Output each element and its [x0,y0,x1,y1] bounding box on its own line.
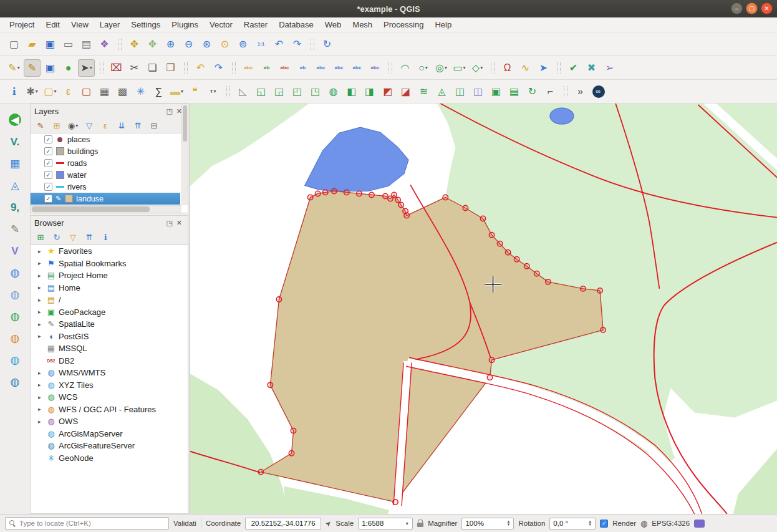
vertex-marker[interactable] [601,327,606,332]
lock-scale-icon[interactable] [417,523,423,527]
add-ellipse[interactable]: ◎ [433,59,450,77]
wfs-ogc-api-item[interactable]: ◍ WFS / OGC API - Features [31,404,188,416]
home-item[interactable]: ▤ Home [31,282,188,294]
add-part[interactable]: ◧ [343,83,360,100]
highlight-unplaced-labels[interactable]: abc [276,59,293,77]
menu-item[interactable]: Plugins [166,18,204,31]
add-vector-layer[interactable]: V. [6,133,24,150]
menu-item[interactable]: Web [319,18,347,31]
spatial-bookmarks-item[interactable]: ⚑ Spatial Bookmarks [31,258,188,270]
open-project[interactable]: ▰ [24,36,41,53]
add-rectangle[interactable]: ▭ [451,59,468,77]
expand-arrow-icon[interactable] [38,418,44,425]
refresh-browser[interactable]: ↻ [50,230,64,244]
field-calculator[interactable]: ▩ [114,83,131,100]
vertex-marker[interactable] [258,470,263,475]
vertex-marker[interactable] [291,428,296,433]
layers-vertical-scrollbar[interactable] [181,104,188,205]
spinner-arrows-icon[interactable]: ▲▼ [588,520,592,526]
crs-projection-icon[interactable] [640,519,647,528]
mouse-position-icon[interactable]: ➤ [324,518,334,528]
topological-editing[interactable]: ✔ [565,59,582,77]
vertex-marker[interactable] [393,500,398,505]
vertex-marker[interactable] [505,250,510,255]
geopackage-item[interactable]: ▣ GeoPackage [31,306,188,319]
add-spatialite-layer[interactable]: ✎ [6,220,24,238]
menu-item[interactable]: Raster [238,18,273,31]
locate-input[interactable]: Type to locate (Ctrl+K) [5,517,169,530]
add-polygon-feature[interactable]: ● [60,59,77,77]
move-feature[interactable]: ◱ [253,83,269,100]
show-hide-labels[interactable]: ab [294,59,311,77]
expand-arrow-icon[interactable] [38,394,44,400]
delete-selected[interactable]: ⌧ [108,59,125,77]
show-layout-manager[interactable]: ▤ [78,36,95,53]
menu-item[interactable]: Settings [125,18,166,31]
add-regular-polygon[interactable]: ◇ [469,59,486,77]
current-edits[interactable]: ✎ [6,59,22,77]
expand-arrow-icon[interactable] [38,297,44,303]
expand-arrow-icon[interactable] [38,248,44,254]
processing-toolbox[interactable]: ✳ [132,83,149,100]
layer-row[interactable]: ✎ landuse [31,193,180,205]
menu-item[interactable]: Vector [204,18,238,31]
vertex-marker[interactable] [514,257,519,262]
layer-visibility-checkbox[interactable] [44,183,52,191]
scrollbar-thumb[interactable] [183,105,187,142]
expand-all[interactable]: ⇊ [115,118,128,132]
menu-item[interactable]: Processing [378,18,429,31]
redo[interactable]: ↷ [210,59,227,77]
zoom-native[interactable]: 1:1 [253,36,269,53]
vertex-marker[interactable] [276,297,281,302]
xyz-tiles-item[interactable]: ◍ XYZ Tiles [31,379,188,392]
pin-labels[interactable]: ab [258,59,275,77]
layer-row[interactable]: ✎ roads [31,157,180,169]
undo[interactable]: ↶ [192,59,209,77]
layer-visibility-checkbox[interactable] [44,159,52,167]
add-mesh-layer[interactable]: ◬ [6,177,24,194]
move-label[interactable]: abc [312,59,329,77]
vertex-tool[interactable]: ➤ [78,59,95,77]
expand-arrow-icon[interactable] [38,321,44,327]
remove-layer[interactable]: ⊟ [147,118,161,132]
save-layer-edits[interactable]: ▣ [42,59,59,77]
vertex-marker[interactable] [332,188,337,193]
add-arcgis-mapserver-layer[interactable]: ◍ [6,351,24,369]
add-wcs-layer[interactable]: ◍ [6,307,24,325]
add-circle[interactable]: ○ [415,59,432,77]
offset-curve[interactable]: ≋ [415,83,432,100]
delete-ring[interactable]: ◩ [379,83,396,100]
vertex-marker[interactable] [489,357,494,362]
vertex-marker[interactable] [322,190,327,195]
vertex-marker[interactable] [524,264,529,269]
filter-legend[interactable]: ▽ [82,118,96,132]
add-selected-layers[interactable]: ⊞ [34,230,47,244]
refresh-map[interactable]: ↻ [319,36,335,53]
layers-horizontal-scrollbar[interactable] [31,205,181,213]
mssql-item[interactable]: ▦ MSSQL [31,342,188,355]
pan-to-selection[interactable]: ✥ [144,36,161,53]
menu-item[interactable]: Layer [94,18,126,31]
save-project[interactable]: ▣ [42,36,59,53]
vertex-marker[interactable] [383,193,388,198]
enable-properties-widget[interactable]: ℹ [99,230,112,244]
manage-map-themes[interactable]: ◉ [66,118,80,132]
toggle-editing[interactable]: ✎ [24,59,41,77]
arcgis-map-server-item[interactable]: ◍ ArcGisMapServer [31,428,188,440]
layer-visibility-checkbox[interactable] [44,147,52,155]
expand-arrow-icon[interactable] [38,284,44,291]
magnifier-spinbox[interactable]: 100% ▲▼ [461,518,514,530]
add-group[interactable]: ⊞ [50,118,64,132]
statistical-summary[interactable]: ∑ [150,83,167,100]
select-by-expression[interactable]: ε [60,83,77,100]
layer-visibility-checkbox[interactable] [44,135,52,143]
expand-arrow-icon[interactable] [38,260,44,266]
vertex-marker[interactable] [480,216,485,221]
copy-move-feature[interactable]: ◲ [271,83,287,100]
add-delimited-text-layer[interactable]: 9, [6,198,24,216]
zoom-full[interactable]: ⊛ [198,36,215,53]
enable-advanced-digitizing[interactable]: ◺ [234,83,251,100]
vertex-marker[interactable] [307,195,312,200]
trim-extend[interactable]: ⌐ [542,83,559,100]
rotate-label[interactable]: abc [331,59,347,77]
